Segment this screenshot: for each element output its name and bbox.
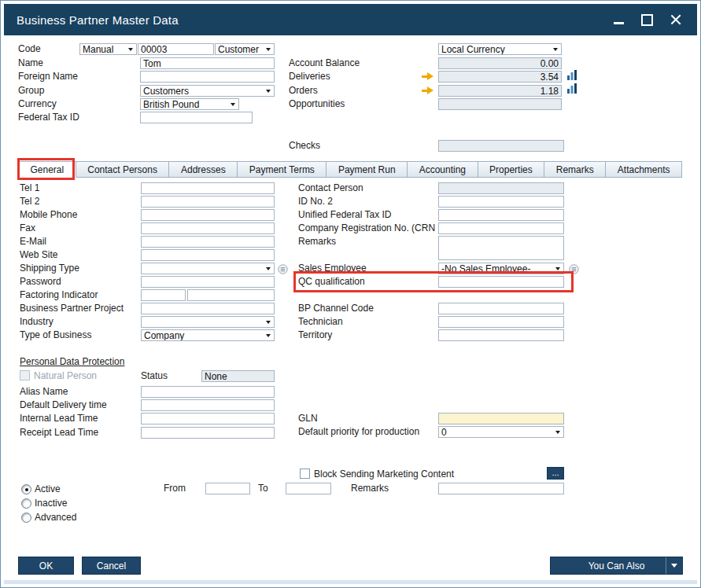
tab-accounting[interactable]: Accounting <box>407 161 478 178</box>
fax-label: Fax <box>20 222 35 234</box>
bp-channel-code-input[interactable] <box>438 303 564 314</box>
internal-lead-time-input[interactable] <box>141 413 275 424</box>
ok-button[interactable]: OK <box>18 557 74 575</box>
territory-label: Territory <box>298 329 332 341</box>
industry-select[interactable] <box>141 316 275 328</box>
gln-input[interactable] <box>438 413 564 424</box>
contact-person-select[interactable] <box>438 182 564 194</box>
tab-attachments[interactable]: Attachments <box>605 161 682 178</box>
advanced-radio-label: Advanced <box>35 512 76 524</box>
tab-remarks[interactable]: Remarks <box>544 161 606 178</box>
password-label: Password <box>20 276 61 288</box>
to-date-input[interactable] <box>286 483 331 494</box>
tab-payment-terms[interactable]: Payment Terms <box>237 161 327 178</box>
sales-employee-define-icon[interactable] <box>569 263 579 274</box>
maximize-icon[interactable] <box>641 14 653 26</box>
fax-input[interactable] <box>141 222 275 234</box>
technician-input[interactable] <box>438 316 564 328</box>
local-currency-select[interactable]: Local Currency <box>438 43 562 55</box>
industry-label: Industry <box>20 316 53 328</box>
tel1-input[interactable] <box>141 182 275 194</box>
name-input[interactable]: Tom <box>140 57 275 69</box>
inactive-radio[interactable] <box>21 498 31 509</box>
close-icon[interactable] <box>670 14 681 25</box>
checks-label: Checks <box>289 140 320 152</box>
personal-data-protection-header: Personal Data Protection <box>20 356 124 368</box>
territory-input[interactable] <box>438 329 564 341</box>
tab-properties[interactable]: Properties <box>478 161 545 178</box>
sales-employee-select[interactable]: -No Sales Employee- <box>438 263 564 274</box>
advanced-radio[interactable] <box>21 513 31 523</box>
bp-project-input[interactable] <box>141 303 275 314</box>
qc-qualification-label: QC qualification <box>298 276 365 288</box>
bp-type-select[interactable]: Customer <box>215 43 275 55</box>
group-select[interactable]: Customers <box>140 85 275 97</box>
shipping-type-select[interactable] <box>141 263 275 274</box>
name-label: Name <box>18 57 43 69</box>
tab-payment-run[interactable]: Payment Run <box>326 161 408 178</box>
id-no-2-input[interactable] <box>438 196 564 208</box>
you-can-also-button[interactable]: You Can Also <box>550 557 683 575</box>
inactive-radio-label: Inactive <box>35 498 67 509</box>
factoring-indicator-input-1[interactable] <box>141 289 186 301</box>
more-options-button[interactable]: ... <box>547 467 564 480</box>
code-mode-select[interactable]: Manual <box>79 43 137 55</box>
window-title: Business Partner Master Data <box>17 13 179 27</box>
receipt-lead-time-input[interactable] <box>141 427 275 439</box>
natural-person-checkbox[interactable] <box>20 370 30 380</box>
tel2-label: Tel 2 <box>20 196 39 208</box>
alias-name-input[interactable] <box>141 386 275 398</box>
from-label: From <box>164 483 186 494</box>
bp-project-label: Business Partner Project <box>20 303 124 314</box>
unified-federal-tax-id-input[interactable] <box>438 209 564 221</box>
default-priority-select[interactable]: 0 <box>438 426 564 438</box>
mobile-phone-input[interactable] <box>141 209 275 221</box>
bottom-remarks-label: Remarks <box>351 483 389 494</box>
tab-addresses[interactable]: Addresses <box>168 161 238 178</box>
code-input[interactable]: 00003 <box>138 43 214 55</box>
currency-label: Currency <box>18 98 57 110</box>
qc-qualification-input[interactable] <box>438 276 564 288</box>
window-bottom-frame <box>4 580 697 584</box>
active-radio-label: Active <box>35 483 61 495</box>
password-input[interactable] <box>141 276 275 288</box>
factoring-indicator-label: Factoring Indicator <box>20 289 98 301</box>
company-registration-no-input[interactable] <box>438 222 564 234</box>
federal-tax-id-input[interactable] <box>140 112 253 123</box>
from-date-input[interactable] <box>205 483 250 494</box>
shipping-type-define-icon[interactable] <box>278 263 288 274</box>
web-site-input[interactable] <box>141 249 275 261</box>
deliveries-link-arrow-icon[interactable] <box>422 72 434 81</box>
minimize-icon[interactable] <box>614 22 624 24</box>
cancel-button[interactable]: Cancel <box>82 557 141 575</box>
block-marketing-label: Block Sending Marketing Content <box>314 469 454 480</box>
account-balance-value: 0.00 <box>438 57 562 69</box>
email-label: E-Mail <box>20 236 46 248</box>
factoring-indicator-input-2[interactable] <box>187 289 275 301</box>
you-can-also-label: You Can Also <box>588 560 645 571</box>
natural-person-label: Natural Person <box>34 370 97 382</box>
orders-link-arrow-icon[interactable] <box>422 86 434 95</box>
status-label: Status <box>141 370 168 382</box>
orders-chart-icon[interactable] <box>566 83 578 94</box>
tel2-input[interactable] <box>141 196 275 208</box>
active-radio[interactable] <box>21 484 31 494</box>
tab-contact-persons[interactable]: Contact Persons <box>76 161 170 178</box>
currency-select[interactable]: British Pound <box>140 98 239 110</box>
deliveries-chart-icon[interactable] <box>566 69 578 81</box>
id-no-2-label: ID No. 2 <box>298 196 333 208</box>
orders-label: Orders <box>289 85 318 97</box>
foreign-name-input[interactable] <box>140 71 275 83</box>
bottom-remarks-input[interactable] <box>438 483 564 494</box>
type-of-business-select[interactable]: Company <box>141 329 275 341</box>
account-balance-label: Account Balance <box>289 57 360 69</box>
remarks-input[interactable] <box>438 236 564 260</box>
bp-channel-code-label: BP Channel Code <box>298 303 374 314</box>
default-delivery-time-input[interactable] <box>141 399 275 411</box>
alias-name-label: Alias Name <box>20 386 68 398</box>
block-marketing-checkbox[interactable] <box>300 469 310 479</box>
remarks-label: Remarks <box>298 236 336 248</box>
tab-general[interactable]: General <box>18 161 76 178</box>
email-input[interactable] <box>141 236 275 248</box>
you-can-also-chevron-down-icon[interactable] <box>666 557 682 574</box>
